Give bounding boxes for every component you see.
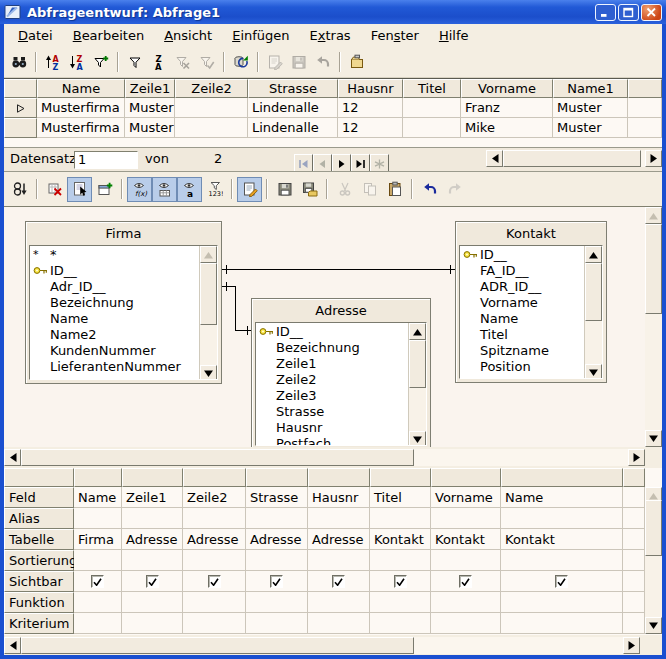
grid-cell-feld[interactable]: Zeile2 (183, 487, 246, 508)
grid-cell-sortierung[interactable] (501, 550, 623, 571)
column-header-name[interactable]: Name (37, 79, 125, 98)
grid-cell-feld[interactable]: Titel (370, 487, 431, 508)
grid-cell-kriterium[interactable] (308, 613, 370, 634)
grid-cell-alias[interactable] (74, 508, 122, 529)
field-scroll-down-arrow[interactable] (200, 365, 217, 380)
grid-cell-tabelle[interactable]: Adresse (246, 529, 308, 550)
visible-cell[interactable] (431, 571, 501, 592)
visible-cell[interactable] (183, 571, 246, 592)
grid-vscroll-down-arrow[interactable] (645, 617, 662, 634)
table-name-button[interactable] (152, 177, 177, 202)
grid-hscrollbar[interactable] (4, 635, 662, 655)
grid-scroll-thumb[interactable] (21, 637, 414, 654)
grid-column-header[interactable] (431, 468, 501, 487)
design-scroll-right-arrow[interactable] (628, 449, 645, 466)
grid-column-header[interactable] (623, 468, 645, 487)
refresh-data-button[interactable] (229, 50, 253, 74)
row-selector[interactable] (4, 118, 37, 138)
table-window-title[interactable]: Adresse (252, 299, 430, 321)
grid-cell-tabelle[interactable]: Kontakt (370, 529, 431, 550)
row-selector[interactable] (4, 98, 37, 118)
grid-column-header[interactable] (308, 468, 370, 487)
grid-cell-feld[interactable]: Name (501, 487, 623, 508)
grid-cell-alias[interactable] (431, 508, 501, 529)
sort-descending-button[interactable]: ZA (65, 50, 89, 74)
table-cell[interactable]: Muster (125, 98, 175, 118)
field-scroll-up-arrow[interactable] (585, 246, 602, 263)
table-window-kontakt[interactable]: KontaktID__FA_ID__ADR_ID__VornameNameTit… (455, 221, 607, 383)
grid-cell-funktion[interactable] (74, 592, 122, 613)
grid-vscroll-thumb[interactable] (645, 500, 662, 556)
grid-column-header[interactable] (501, 468, 623, 487)
maximize-button[interactable] (618, 4, 639, 21)
add-table-button[interactable] (92, 177, 117, 202)
table-window-firma[interactable]: Firma**ID__Adr_ID__BezeichnungNameName2K… (25, 221, 222, 384)
edit-button[interactable] (237, 177, 262, 202)
field-scroll-down-arrow[interactable] (585, 364, 602, 379)
grid-cell-funktion[interactable] (501, 592, 623, 613)
visible-cell[interactable] (308, 571, 370, 592)
grid-cell-sortierung[interactable] (74, 550, 122, 571)
menu-extras[interactable]: Extras (300, 26, 361, 46)
undo-button[interactable] (417, 177, 442, 202)
menu-datei[interactable]: Datei (8, 26, 63, 46)
visible-cell[interactable] (74, 571, 122, 592)
grid-cell-feld[interactable]: Vorname (431, 487, 501, 508)
table-cell[interactable]: Muster (553, 98, 628, 118)
grid-cell-alias[interactable] (246, 508, 308, 529)
field-list-scrollbar[interactable] (199, 246, 217, 379)
design-hscrollbar[interactable] (4, 447, 662, 468)
grid-column-header[interactable] (74, 468, 122, 487)
visible-checkbox[interactable] (91, 575, 104, 588)
alias-button[interactable]: a (177, 177, 202, 202)
grid-cell-tabelle[interactable]: Firma (74, 529, 122, 550)
grid-scroll-left-arrow[interactable] (4, 637, 21, 654)
visible-cell[interactable] (122, 571, 183, 592)
visible-checkbox[interactable] (459, 575, 472, 588)
field-item[interactable]: Name (30, 310, 217, 326)
find-record-button[interactable] (7, 50, 31, 74)
table-cell[interactable]: Musterfirma (37, 118, 125, 138)
relation-line-firma-kontakt[interactable] (222, 269, 455, 270)
row-selector-header[interactable] (4, 79, 37, 98)
column-header-titel[interactable]: Titel (403, 79, 461, 98)
grid-cell-kriterium[interactable] (246, 613, 308, 634)
grid-cell-sortierung[interactable] (370, 550, 431, 571)
field-item[interactable]: Bezeichnung (30, 294, 217, 310)
field-item[interactable]: Postfach (256, 435, 426, 446)
grid-cell-alias[interactable] (370, 508, 431, 529)
relation-line-firma-adresse[interactable] (235, 330, 251, 331)
menu-hilfe[interactable]: Hilfe (429, 26, 479, 46)
visible-cell[interactable] (501, 571, 623, 592)
table-cell[interactable]: Lindenalle (248, 98, 338, 118)
distinct-values-button[interactable]: 123! (202, 177, 227, 202)
field-item[interactable]: FA_ID__ (460, 262, 602, 278)
record-number-input[interactable]: 1 (74, 151, 138, 169)
table-cell[interactable]: Franz (461, 98, 553, 118)
grid-cell-kriterium[interactable] (501, 613, 623, 634)
field-item[interactable]: Zeile2 (256, 371, 426, 387)
grid-cell-funktion[interactable] (122, 592, 183, 613)
grid-column-header[interactable] (183, 468, 246, 487)
design-vscroll-down-arrow[interactable] (645, 430, 662, 447)
menu-bearbeiten[interactable]: Bearbeiten (63, 26, 154, 46)
grid-cell-alias[interactable] (183, 508, 246, 529)
grid-cell-kriterium[interactable] (74, 613, 122, 634)
grid-cell-kriterium[interactable] (183, 613, 246, 634)
grid-vscrollbar[interactable] (645, 487, 662, 634)
grid-cell-tabelle[interactable]: Adresse (308, 529, 370, 550)
field-item[interactable]: KundenNummer (30, 342, 217, 358)
table-window-adresse[interactable]: AdresseID__BezeichnungZeile1Zeile2Zeile3… (251, 298, 431, 447)
field-item[interactable]: Strasse (256, 403, 426, 419)
field-item[interactable]: LieferantenNummer (30, 358, 217, 374)
table-cell[interactable] (175, 118, 248, 138)
field-item[interactable]: ADR_ID__ (460, 278, 602, 294)
titlebar[interactable]: Abfrageentwurf: Abfrage1 (0, 0, 666, 24)
field-item[interactable]: Name (460, 310, 602, 326)
field-item[interactable]: Titel (460, 326, 602, 342)
grid-cell-alias[interactable] (308, 508, 370, 529)
design-scroll-left-arrow[interactable] (4, 449, 21, 466)
grid-cell-alias[interactable] (122, 508, 183, 529)
column-header-strasse[interactable]: Strasse (248, 79, 338, 98)
save-document-as-button[interactable] (297, 177, 322, 202)
